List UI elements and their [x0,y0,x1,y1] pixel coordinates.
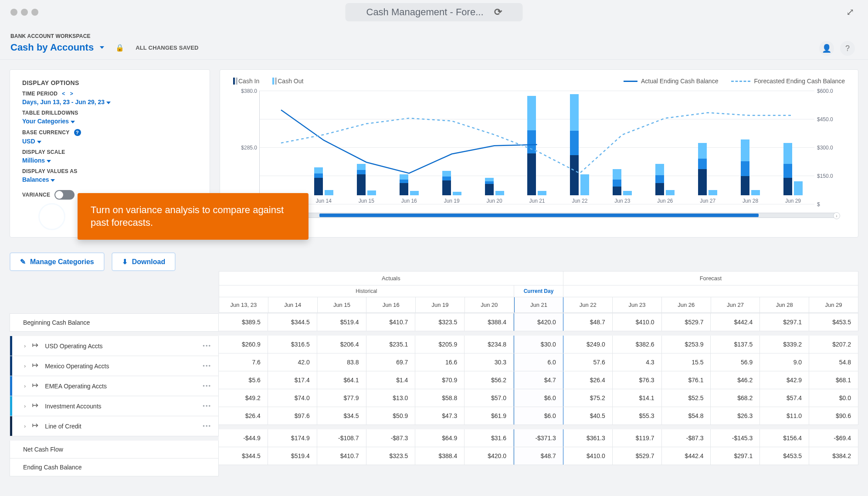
value-cell[interactable]: 7.6 [219,353,268,371]
value-cell[interactable]: $56.2 [465,371,514,389]
value-cell[interactable]: $316.5 [268,336,317,353]
value-cell[interactable]: 15.5 [662,353,711,371]
value-cell[interactable]: $453.5 [809,313,858,331]
value-cell[interactable]: $68.2 [711,389,760,407]
value-cell[interactable]: $344.5 [268,313,317,331]
value-cell[interactable]: 69.7 [366,353,416,371]
value-cell[interactable]: $4.7 [514,371,563,389]
value-cell[interactable]: $297.1 [760,313,809,331]
value-cell[interactable]: $344.5 [219,447,268,465]
value-cell[interactable]: 30.3 [465,353,514,371]
value-cell[interactable]: $420.0 [465,447,514,465]
value-cell[interactable]: $137.5 [711,336,760,353]
fullscreen-icon[interactable]: ⤢ [846,7,854,18]
valuesas-dropdown[interactable]: Balances [22,176,197,183]
value-cell[interactable]: $55.3 [613,407,662,425]
value-cell[interactable]: $58.8 [415,389,465,407]
value-cell[interactable]: $64.9 [415,429,465,447]
value-cell[interactable]: $54.8 [662,407,711,425]
value-cell[interactable]: $0.0 [809,389,858,407]
value-cell[interactable]: $174.9 [268,429,317,447]
expand-icon[interactable]: › [24,403,26,409]
value-cell[interactable]: 6.0 [514,353,563,371]
download-button[interactable]: ⬇ Download [112,252,176,271]
value-cell[interactable]: $207.2 [809,336,858,353]
chart-scrollbar[interactable]: ‹ › [242,213,836,218]
value-cell[interactable]: $97.6 [268,407,317,425]
value-cell[interactable]: $50.9 [366,407,416,425]
row-label[interactable]: ›Investment Accounts••• [10,396,219,416]
value-cell[interactable]: $260.9 [219,336,268,353]
value-cell[interactable]: $5.6 [219,371,268,389]
drilldown-icon[interactable] [32,381,40,391]
value-cell[interactable]: 4.3 [613,353,662,371]
row-label[interactable]: ›USD Operating Accts••• [10,336,219,356]
value-cell[interactable]: $90.6 [809,407,858,425]
scroll-right-icon[interactable]: › [833,212,840,219]
refresh-icon[interactable]: ⟳ [494,7,502,18]
row-label[interactable]: ›Mexico Operating Accts••• [10,356,219,376]
value-cell[interactable]: $234.8 [465,336,514,353]
expand-icon[interactable]: › [24,383,26,389]
value-cell[interactable]: $70.9 [415,371,465,389]
value-cell[interactable]: $40.5 [563,407,613,425]
value-cell[interactable]: $519.4 [317,313,366,331]
value-cell[interactable]: $323.5 [415,313,465,331]
value-cell[interactable]: $388.4 [465,313,514,331]
help-icon[interactable]: ? [840,41,855,56]
drilldown-icon[interactable] [32,361,40,370]
row-menu-icon[interactable]: ••• [203,363,211,369]
row-label[interactable]: ›EMEA Operating Accts••• [10,376,219,396]
value-cell[interactable]: 83.8 [317,353,366,371]
value-cell[interactable]: -$87.3 [662,429,711,447]
value-cell[interactable]: $26.4 [563,371,613,389]
value-cell[interactable]: $76.1 [662,371,711,389]
traffic-max-icon[interactable] [31,9,38,16]
scale-dropdown[interactable]: Millions [22,157,197,164]
value-cell[interactable]: -$87.3 [366,429,416,447]
expand-icon[interactable]: › [24,423,26,429]
value-cell[interactable]: $47.3 [415,407,465,425]
value-cell[interactable]: $68.1 [809,371,858,389]
value-cell[interactable]: 42.0 [268,353,317,371]
row-menu-icon[interactable]: ••• [203,383,211,389]
value-cell[interactable]: $57.0 [465,389,514,407]
value-cell[interactable]: $235.1 [366,336,416,353]
value-cell[interactable]: $119.7 [613,429,662,447]
expand-icon[interactable]: › [24,363,26,369]
value-cell[interactable]: $13.0 [366,389,416,407]
value-cell[interactable]: $442.4 [711,313,760,331]
value-cell[interactable]: $339.2 [760,336,809,353]
row-menu-icon[interactable]: ••• [203,423,211,429]
value-cell[interactable]: 57.6 [563,353,613,371]
value-cell[interactable]: $410.0 [563,447,613,465]
value-cell[interactable]: $30.0 [514,336,563,353]
value-cell[interactable]: $297.1 [711,447,760,465]
value-cell[interactable]: -$44.9 [219,429,268,447]
value-cell[interactable]: $52.5 [662,389,711,407]
value-cell[interactable]: $77.9 [317,389,366,407]
value-cell[interactable]: $42.9 [760,371,809,389]
value-cell[interactable]: $1.4 [366,371,416,389]
value-cell[interactable]: $6.0 [514,407,563,425]
value-cell[interactable]: $384.2 [809,447,858,465]
value-cell[interactable]: $420.0 [514,313,563,331]
lock-icon[interactable]: 🔒 [115,44,124,52]
traffic-min-icon[interactable] [21,9,28,16]
value-cell[interactable]: $323.5 [366,447,416,465]
value-cell[interactable]: $519.4 [268,447,317,465]
value-cell[interactable]: $529.7 [613,447,662,465]
drilldown-icon[interactable] [32,341,40,350]
value-cell[interactable]: $453.5 [760,447,809,465]
value-cell[interactable]: $389.5 [219,313,268,331]
value-cell[interactable]: $410.7 [366,313,416,331]
value-cell[interactable]: $49.2 [219,389,268,407]
value-cell[interactable]: $75.2 [563,389,613,407]
value-cell[interactable]: $253.9 [662,336,711,353]
value-cell[interactable]: $410.7 [317,447,366,465]
value-cell[interactable]: $6.0 [514,389,563,407]
value-cell[interactable]: -$108.7 [317,429,366,447]
value-cell[interactable]: $64.1 [317,371,366,389]
value-cell[interactable]: $26.4 [219,407,268,425]
value-cell[interactable]: $382.6 [613,336,662,353]
